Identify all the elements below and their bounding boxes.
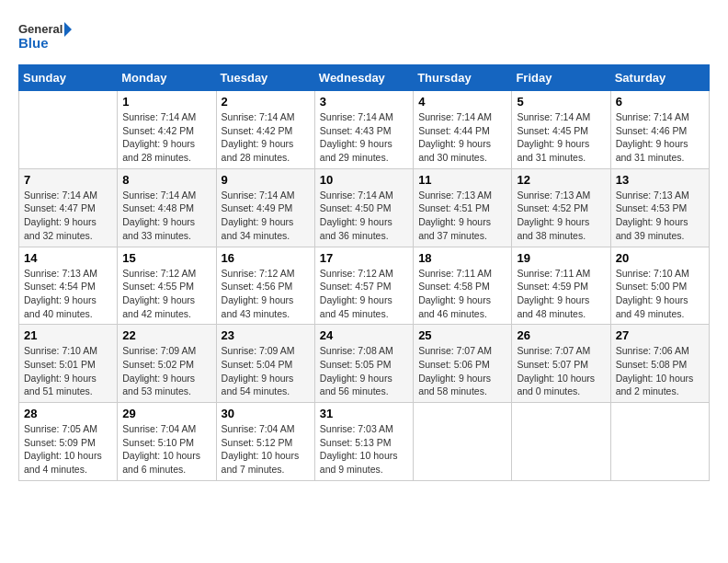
cell-content: Sunrise: 7:14 AM bbox=[418, 110, 506, 124]
cell-content: Daylight: 9 hours bbox=[320, 137, 408, 151]
cell-content: Daylight: 9 hours bbox=[517, 137, 605, 151]
calendar-cell: 29Sunrise: 7:04 AMSunset: 5:10 PMDayligh… bbox=[118, 403, 216, 481]
cell-content: Sunrise: 7:12 AM bbox=[122, 267, 210, 281]
cell-content: Sunrise: 7:06 AM bbox=[616, 344, 704, 358]
cell-content: Daylight: 9 hours bbox=[24, 215, 112, 229]
cell-content: Sunrise: 7:07 AM bbox=[517, 344, 605, 358]
calendar-cell: 6Sunrise: 7:14 AMSunset: 4:46 PMDaylight… bbox=[610, 91, 709, 169]
cell-content: Daylight: 9 hours bbox=[222, 293, 310, 307]
cell-content: and 46 minutes. bbox=[418, 307, 506, 321]
calendar-cell bbox=[610, 403, 709, 481]
day-number: 5 bbox=[517, 95, 605, 109]
calendar-cell: 22Sunrise: 7:09 AMSunset: 5:02 PMDayligh… bbox=[118, 325, 216, 403]
cell-content: and 32 minutes. bbox=[24, 229, 112, 243]
cell-content: Sunset: 4:45 PM bbox=[517, 124, 605, 138]
calendar-cell: 12Sunrise: 7:13 AMSunset: 4:52 PMDayligh… bbox=[512, 168, 610, 247]
svg-marker-2 bbox=[64, 22, 72, 37]
cell-content: Daylight: 10 hours bbox=[122, 449, 210, 463]
cell-content: Sunset: 4:48 PM bbox=[122, 201, 210, 215]
cell-content: Sunrise: 7:11 AM bbox=[517, 267, 605, 281]
day-number: 21 bbox=[24, 328, 112, 342]
cell-content: and 2 minutes. bbox=[616, 385, 704, 398]
header-monday: Monday bbox=[118, 65, 216, 91]
cell-content: and 51 minutes. bbox=[24, 385, 112, 398]
day-number: 26 bbox=[517, 328, 605, 342]
day-number: 2 bbox=[222, 95, 310, 109]
cell-content: Sunset: 5:06 PM bbox=[418, 358, 506, 372]
cell-content: Sunset: 4:55 PM bbox=[122, 280, 210, 293]
calendar-cell: 10Sunrise: 7:14 AMSunset: 4:50 PMDayligh… bbox=[314, 168, 413, 247]
cell-content: and 45 minutes. bbox=[320, 307, 408, 321]
header-tuesday: Tuesday bbox=[216, 65, 314, 91]
cell-content: Daylight: 10 hours bbox=[320, 449, 408, 463]
cell-content: Sunset: 5:08 PM bbox=[616, 358, 704, 372]
cell-content: Sunrise: 7:14 AM bbox=[222, 189, 310, 202]
cell-content: Daylight: 9 hours bbox=[320, 293, 408, 307]
cell-content: and 34 minutes. bbox=[222, 229, 310, 243]
cell-content: Sunset: 4:46 PM bbox=[616, 124, 704, 138]
logo-svg: General Blue bbox=[18, 18, 74, 55]
cell-content: Sunset: 4:47 PM bbox=[24, 201, 112, 215]
cell-content: Sunrise: 7:14 AM bbox=[320, 110, 408, 124]
cell-content: and 6 minutes. bbox=[122, 463, 210, 477]
day-number: 7 bbox=[24, 173, 112, 187]
cell-content: and 54 minutes. bbox=[222, 385, 310, 398]
cell-content: and 9 minutes. bbox=[320, 463, 408, 477]
logo: General Blue bbox=[18, 18, 74, 55]
cell-content: Daylight: 9 hours bbox=[222, 215, 310, 229]
cell-content: Sunset: 5:12 PM bbox=[222, 436, 310, 450]
cell-content: Daylight: 9 hours bbox=[517, 293, 605, 307]
cell-content: Sunset: 5:04 PM bbox=[222, 358, 310, 372]
calendar-week-row: 7Sunrise: 7:14 AMSunset: 4:47 PMDaylight… bbox=[19, 168, 710, 247]
day-number: 13 bbox=[616, 173, 704, 187]
day-number: 29 bbox=[122, 407, 210, 420]
calendar-cell: 4Sunrise: 7:14 AMSunset: 4:44 PMDaylight… bbox=[414, 91, 512, 169]
cell-content: and 31 minutes. bbox=[517, 151, 605, 165]
cell-content: Daylight: 9 hours bbox=[418, 137, 506, 151]
cell-content: and 33 minutes. bbox=[122, 229, 210, 243]
cell-content: Daylight: 9 hours bbox=[222, 137, 310, 151]
cell-content: Sunrise: 7:14 AM bbox=[320, 189, 408, 202]
calendar-cell: 14Sunrise: 7:13 AMSunset: 4:54 PMDayligh… bbox=[19, 247, 118, 325]
cell-content: Daylight: 9 hours bbox=[122, 215, 210, 229]
cell-content: Sunrise: 7:05 AM bbox=[24, 422, 112, 436]
day-number: 23 bbox=[222, 328, 310, 342]
day-number: 11 bbox=[418, 173, 506, 187]
calendar-cell bbox=[414, 403, 512, 481]
cell-content: Sunset: 4:42 PM bbox=[122, 124, 210, 138]
cell-content: and 48 minutes. bbox=[517, 307, 605, 321]
cell-content: Sunrise: 7:14 AM bbox=[122, 189, 210, 202]
calendar-cell: 11Sunrise: 7:13 AMSunset: 4:51 PMDayligh… bbox=[414, 168, 512, 247]
day-number: 6 bbox=[616, 95, 704, 109]
calendar-table: SundayMondayTuesdayWednesdayThursdayFrid… bbox=[18, 64, 710, 481]
cell-content: Sunrise: 7:13 AM bbox=[616, 189, 704, 202]
cell-content: and 7 minutes. bbox=[222, 463, 310, 477]
page-header: General Blue bbox=[18, 18, 710, 55]
calendar-cell: 20Sunrise: 7:10 AMSunset: 5:00 PMDayligh… bbox=[610, 247, 709, 325]
cell-content: Sunrise: 7:09 AM bbox=[122, 344, 210, 358]
cell-content: and 56 minutes. bbox=[320, 385, 408, 398]
cell-content: Daylight: 9 hours bbox=[320, 372, 408, 385]
cell-content: and 43 minutes. bbox=[222, 307, 310, 321]
cell-content: Sunset: 4:43 PM bbox=[320, 124, 408, 138]
cell-content: and 28 minutes. bbox=[222, 151, 310, 165]
calendar-cell: 31Sunrise: 7:03 AMSunset: 5:13 PMDayligh… bbox=[314, 403, 413, 481]
cell-content: and 38 minutes. bbox=[517, 229, 605, 243]
cell-content: Daylight: 9 hours bbox=[616, 293, 704, 307]
cell-content: and 53 minutes. bbox=[122, 385, 210, 398]
cell-content: Daylight: 9 hours bbox=[24, 372, 112, 385]
cell-content: and 29 minutes. bbox=[320, 151, 408, 165]
cell-content: Daylight: 9 hours bbox=[616, 215, 704, 229]
cell-content: and 30 minutes. bbox=[418, 151, 506, 165]
calendar-week-row: 1Sunrise: 7:14 AMSunset: 4:42 PMDaylight… bbox=[19, 91, 710, 169]
calendar-cell: 26Sunrise: 7:07 AMSunset: 5:07 PMDayligh… bbox=[512, 325, 610, 403]
calendar-cell: 19Sunrise: 7:11 AMSunset: 4:59 PMDayligh… bbox=[512, 247, 610, 325]
day-number: 15 bbox=[122, 251, 210, 265]
calendar-cell: 27Sunrise: 7:06 AMSunset: 5:08 PMDayligh… bbox=[610, 325, 709, 403]
cell-content: Sunrise: 7:10 AM bbox=[616, 267, 704, 281]
cell-content: Sunrise: 7:04 AM bbox=[122, 422, 210, 436]
calendar-cell: 2Sunrise: 7:14 AMSunset: 4:42 PMDaylight… bbox=[216, 91, 314, 169]
day-number: 25 bbox=[418, 328, 506, 342]
day-number: 18 bbox=[418, 251, 506, 265]
cell-content: Sunrise: 7:14 AM bbox=[517, 110, 605, 124]
